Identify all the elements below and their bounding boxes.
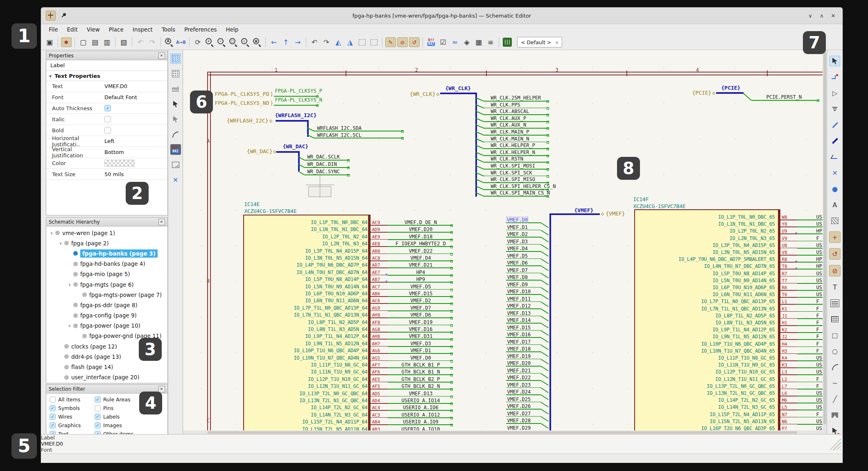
net-label[interactable]: VMEF.D5 [389,284,452,290]
dashed-box-icon-a[interactable] [357,37,367,48]
net-label[interactable]: US [816,285,823,290]
select-tool-icon[interactable] [830,56,840,66]
property-value[interactable] [104,116,167,122]
assign-footprints-icon[interactable]: ◈ [461,37,472,48]
net-label[interactable]: VMEF.D22 [507,375,531,380]
net-label[interactable]: VMEF.D29 [507,425,531,431]
sheet-item-fpga-hd-banks[interactable]: fpga-hd-banks (page 4) [46,259,167,269]
net-label[interactable]: USERIO_A.IO14 [389,398,452,403]
net-label[interactable]: GTH_BCLK_B2_N [389,383,452,389]
net-label[interactable]: VMEF.D17 [507,339,531,345]
filter-wires[interactable]: ✓Wires [50,413,95,420]
net-label[interactable]: VMEF.D13 [507,310,531,316]
net-label[interactable]: VMEF.D2 [507,231,528,237]
net-label[interactable]: VMEF.D19 [389,319,452,325]
net-label[interactable]: F_ [816,299,823,304]
nav-forward-icon[interactable]: → [292,37,303,48]
simulator-icon[interactable]: ≈ [450,37,460,48]
import-sheet-pin-icon[interactable]: ↺ [829,248,841,260]
circle-tool-icon[interactable]: ○ [830,346,840,356]
crosshair-style-icon[interactable] [170,99,181,109]
show-grid-icon[interactable] [170,53,181,64]
minimize-icon[interactable]: ∨ [807,12,814,19]
net-label[interactable]: F_ [816,313,823,319]
variant-select[interactable]: < Default > ∨ [517,37,562,48]
place-symbol-icon[interactable]: ▷ [830,88,840,98]
hierarchical-sheet-icon[interactable]: + [829,231,841,243]
net-label[interactable]: VMEF.D10 [507,289,531,294]
bus-label[interactable]: {WRFLASH_I2C} [275,112,316,118]
net-label[interactable]: VMEF.D23 [507,382,531,388]
bus-label[interactable]: {VMEF} [574,207,593,213]
mirror-horizontal-icon[interactable]: ◭ [333,37,344,48]
menu-edit[interactable]: Edit [63,26,82,33]
menu-preferences[interactable]: Preferences [180,26,221,33]
net-label[interactable]: VMEF.D15 [507,325,531,331]
net-label[interactable]: VMEF.D20 [507,360,531,366]
page-settings-icon[interactable]: ▢ [78,37,88,48]
net-label[interactable]: US [816,362,823,368]
net-label[interactable]: WR_CLK.25M_HELPER [491,95,541,101]
rotate-ccw-icon[interactable]: ↶ [309,37,320,48]
sync-sheet-pins-icon[interactable]: ⊘ [829,265,841,276]
net-label[interactable]: VMEF.D21 [507,368,531,374]
net-label[interactable]: F_IOEXP_HWBYTE2_D [389,241,452,247]
net-label[interactable]: VMEF.D13 [389,391,452,396]
net-label[interactable]: WR_CLK.SPI_HELPER_CS_N [491,183,556,189]
net-label[interactable]: VMEF.D0 [389,355,452,361]
net-label[interactable]: F_ [816,383,823,389]
checkbox-checked[interactable]: ✓ [50,422,56,428]
net-label[interactable]: US [816,249,823,255]
menu-inspect[interactable]: Inspect [128,26,157,33]
net-label[interactable]: WR_CLK.HELPER_N [491,149,535,155]
net-label[interactable]: HP [816,263,823,269]
zoom-fit-icon[interactable]: □ [228,37,239,48]
net-label[interactable]: VMEF.D3 [389,341,452,346]
net-label[interactable]: VMEF.D18 [507,346,531,352]
sheet-item-fpga-ps-ddr[interactable]: fpga-ps-ddr (page 8) [46,300,167,310]
sheet-item-vme-wren[interactable]: ∨vme-wren (page 1) [46,228,167,238]
update-symbols-icon[interactable]: ↺ [409,37,420,47]
net-label[interactable]: WR_CLK.SPI_MAIN_CS_N [491,190,550,196]
rotate-cw-icon[interactable]: ↷ [321,37,332,48]
net-label[interactable]: US [816,397,823,403]
net-label[interactable]: WR_CLK.AUX_N [491,122,526,128]
filter-graphics[interactable]: ✓Graphics [50,422,95,429]
property-value[interactable]: ✓ [104,105,167,111]
net-label[interactable]: VMEF.D20 [389,226,452,232]
net-label[interactable]: F_ [816,334,823,340]
line-tool-icon[interactable]: ╱ [830,394,840,404]
checkbox-checked[interactable]: ✓ [95,396,101,403]
net-label[interactable]: FPGA-PL_CLKSYS_P [275,88,322,94]
menu-help[interactable]: Help [222,26,243,33]
checkbox-unchecked[interactable] [95,405,101,411]
net-label[interactable]: VMEF.D4 [389,255,452,261]
net-label[interactable]: US [816,404,823,410]
symbol-library-browser-icon[interactable]: ⊘ [397,37,408,47]
net-label[interactable]: VMEF.D19 [507,353,531,359]
net-label[interactable]: WR_CLK.MAIN_P [491,129,529,135]
net-label[interactable]: VMEF.D1 [389,348,452,353]
rectangle-tool-icon[interactable]: □ [830,330,840,340]
net-label[interactable]: VMEF.D8 [507,274,528,280]
net-label[interactable]: USERIO_A.IO6 [389,405,452,410]
image-tool-icon[interactable] [830,410,840,420]
schematic-canvas[interactable]: 1234ABCFPGA-PL_CLKSYS_PD⟩FPGA-PL_CLKSYS_… [183,50,823,434]
checkbox-unchecked[interactable] [50,396,56,403]
net-label[interactable]: VMEF.D16 [507,332,531,337]
filter-images[interactable]: ✓Images [95,422,167,429]
net-label[interactable]: US [816,355,823,361]
net-label[interactable]: WR_CLK.SPI_SCK [491,170,532,176]
net-label[interactable]: VMEF.D16 [389,326,452,332]
net-label[interactable]: VMEF.D27 [507,411,531,417]
symbol-reference[interactable]: IC14F [633,196,649,202]
net-label[interactable]: WR_CLK.ABSCAL [491,109,529,114]
save-icon[interactable]: ▣ [44,37,55,48]
net-label[interactable]: VMEF.D15 [389,291,452,297]
paste-icon[interactable]: ▧ [118,37,129,48]
net-label[interactable]: US [816,292,823,297]
close-icon[interactable]: ✕ [158,52,165,59]
zoom-objects-icon[interactable]: ▫ [240,37,251,48]
net-label[interactable]: HP [816,256,823,262]
net-label[interactable]: VMEF.D14 [507,317,531,323]
